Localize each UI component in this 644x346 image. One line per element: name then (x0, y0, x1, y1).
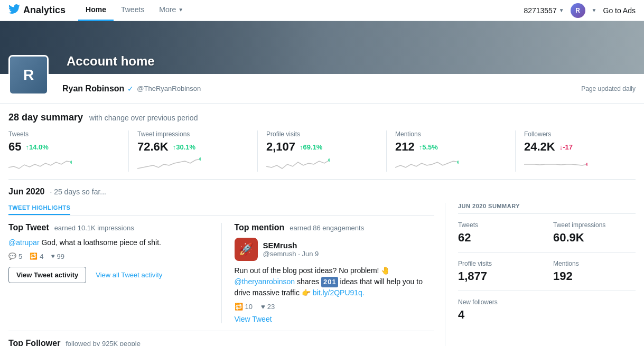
profile-avatar: R (8, 55, 49, 95)
nav-right: 82713557 ▼ R ▼ Go to Ads (524, 3, 636, 18)
jun-stat-value: 60.9K (553, 231, 636, 245)
jun-summary-section: JUN 2020 SUMMARY Tweets 62 Tweet impress… (458, 203, 636, 322)
jun-summary-title: JUN 2020 SUMMARY (458, 203, 636, 214)
mini-chart-tweets (8, 157, 120, 172)
nav-link-home[interactable]: Home (78, 0, 114, 21)
profile-info: Ryan Robinson ✓ @TheRyanRobinson (62, 84, 201, 93)
stat-change: ↑14.0% (25, 143, 48, 151)
top-mention-col: Top mention earned 86 engagements 🚀 SEMr… (222, 223, 435, 323)
tweet-action-row: View Tweet activity View all Tweet activ… (8, 267, 209, 283)
jun-stat-label: Tweet impressions (553, 221, 636, 229)
mini-chart-impressions (137, 157, 249, 172)
jun-stat-new-followers: New followers 4 (458, 298, 636, 322)
jun-divider-1 (458, 252, 636, 253)
profile-handle[interactable]: @TheRyanRobinson (137, 85, 201, 92)
jun-stat-tweets: Tweets 62 (458, 221, 540, 245)
stat-change: ↑30.1% (173, 143, 195, 151)
user-menu-chevron-icon[interactable]: ▼ (592, 7, 597, 13)
tweet-replies-stat: 💬 5 (8, 253, 22, 260)
nav-link-more[interactable]: More ▼ (152, 0, 191, 21)
mention-badge: 201 (321, 277, 338, 287)
jun-stat-label: Mentions (553, 260, 636, 267)
mini-chart-mentions (395, 157, 507, 172)
heart-icon: ♥ (261, 303, 265, 311)
stat-tweets: Tweets 65 ↑14.0% (8, 130, 129, 172)
verified-icon: ✓ (127, 85, 134, 93)
mention-external-link[interactable]: bit.ly/2QPU91q. (313, 288, 365, 297)
right-column: JUN 2020 SUMMARY Tweets 62 Tweet impress… (445, 203, 636, 346)
top-tweet-mention[interactable]: @atrupar (8, 238, 40, 247)
retweet-icon: 🔁 (30, 253, 38, 260)
profile-name: Ryan Robinson (62, 84, 124, 93)
stat-label: Profile visits (266, 130, 378, 138)
jun-stat-profile-visits: Profile visits 1,877 (458, 260, 540, 283)
main-content: TWEET HIGHLIGHTS Top Tweet earned 10.1K … (0, 203, 644, 346)
top-tweet-earned: earned 10.1K impressions (54, 224, 134, 232)
stat-followers: Followers 24.2K ↓-17 (524, 130, 636, 172)
stat-value: 65 (8, 140, 21, 154)
jun-stats-grid-2: Profile visits 1,877 Mentions 192 (458, 260, 636, 283)
jun-stat-value: 62 (458, 231, 540, 245)
jun-stat-mentions: Mentions 192 (553, 260, 636, 283)
view-tweet-activity-button[interactable]: View Tweet activity (8, 267, 86, 283)
top-follower-section: Top Follower followed by 925K people (8, 331, 434, 346)
retweet-icon: 🔁 (235, 303, 243, 311)
chevron-down-icon: ▼ (178, 7, 183, 13)
svg-point-3 (457, 161, 459, 164)
hero-banner: Account home (0, 21, 644, 74)
jun-stat-impressions: Tweet impressions 60.9K (553, 221, 636, 245)
mention-user-link[interactable]: @theryanrobinson (235, 277, 295, 286)
stat-label: Tweet impressions (137, 130, 249, 138)
stat-value: 2,107 (266, 140, 295, 154)
top-follower-subtitle: followed by 925K people (66, 340, 141, 346)
stat-impressions: Tweet impressions 72.6K ↑30.1% (137, 130, 258, 172)
stat-value: 72.6K (137, 140, 169, 154)
top-mention-earned: earned 86 engagements (290, 224, 364, 232)
svg-point-0 (70, 161, 72, 164)
jun-stat-label: Tweets (458, 221, 540, 229)
view-tweet-link[interactable]: View Tweet (235, 315, 272, 323)
jun-divider-2 (458, 291, 636, 291)
stat-profile-visits: Profile visits 2,107 ↑69.1% (266, 130, 387, 172)
mention-body: Run out of the blog post ideas? No probl… (235, 265, 435, 298)
stat-change: ↓-17 (559, 143, 573, 151)
stat-value-row: 2,107 ↑69.1% (266, 140, 378, 154)
top-tweet-content: God, what a loathsome piece of shit. (41, 238, 161, 247)
jun-stats-grid: Tweets 62 Tweet impressions 60.9K (458, 221, 636, 245)
stat-value-row: 212 ↑5.5% (395, 140, 507, 154)
account-selector[interactable]: 82713557 ▼ (524, 6, 564, 15)
stat-label: Mentions (395, 130, 507, 138)
stat-value-row: 24.2K ↓-17 (524, 140, 636, 154)
stat-label: Tweets (8, 130, 120, 138)
top-tweet-text: @atrupar God, what a loathsome piece of … (8, 238, 209, 248)
left-column: TWEET HIGHLIGHTS Top Tweet earned 10.1K … (8, 203, 445, 346)
navbar: Analytics Home Tweets More ▼ 82713557 ▼ … (0, 0, 644, 21)
stat-value-row: 65 ↑14.0% (8, 140, 120, 154)
nav-link-tweets[interactable]: Tweets (114, 0, 152, 21)
page-title: Account home (67, 54, 636, 69)
go-to-ads-button[interactable]: Go to Ads (603, 6, 636, 15)
top-tweet-stats-row: 💬 5 🔁 4 ♥ 99 (8, 253, 209, 260)
summary-title: 28 day summary (8, 112, 83, 123)
svg-point-1 (199, 157, 201, 161)
profile-name-row: Ryan Robinson ✓ @TheRyanRobinson (62, 84, 201, 93)
mention-name[interactable]: SEMrush (263, 241, 319, 250)
heart-icon: ♥ (51, 253, 54, 260)
summary-subtitle: with change over previous period (89, 114, 198, 122)
tweet-highlights-label: TWEET HIGHLIGHTS (8, 204, 70, 215)
profile-row: R Ryan Robinson ✓ @TheRyanRobinson Page … (0, 74, 644, 104)
month-section: Jun 2020 · 25 days so far... (0, 180, 644, 197)
stat-change: ↑69.1% (300, 143, 322, 151)
view-all-tweet-activity-link[interactable]: View all Tweet activity (96, 271, 162, 279)
jun-stat-value: 4 (458, 308, 636, 322)
jun-stat-label: Profile visits (458, 260, 540, 267)
mini-chart-profile (266, 157, 378, 172)
hero-title-area: Account home (58, 54, 644, 69)
top-follower-heading: Top Follower (8, 339, 60, 346)
tweet-likes-stat: ♥ 99 (51, 253, 64, 260)
stats-row: Tweets 65 ↑14.0% Tweet impressions 72.6K… (8, 130, 636, 180)
mini-chart-followers (524, 157, 636, 172)
jun-stat-value: 192 (553, 269, 636, 283)
svg-point-4 (586, 163, 587, 166)
user-avatar[interactable]: R (571, 3, 585, 18)
